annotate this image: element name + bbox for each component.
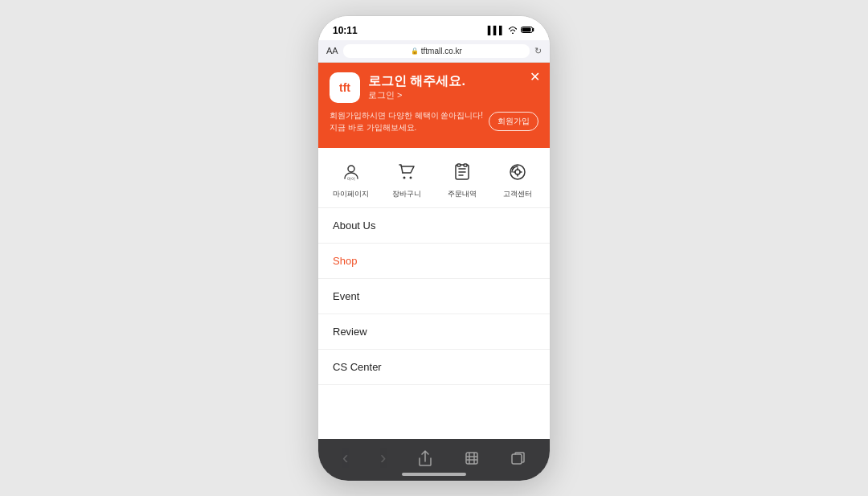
svg-rect-8 [457,164,461,166]
forward-button[interactable]: › [374,445,392,472]
status-bar: 10:11 ▌▌▌ [318,16,550,40]
back-button[interactable]: ‹ [336,445,354,472]
banner-desc-line1: 회원가입하시면 다양한 혜택이 쏟아집니다! [330,111,483,120]
wifi-icon [508,26,518,35]
svg-point-11 [515,170,520,174]
tft-logo: tft [330,72,360,103]
svg-rect-12 [466,453,477,464]
quick-menu: 마이 마이페이지 장바구니 [318,148,550,208]
quick-label-cart: 장바구니 [392,189,421,199]
browser-url-text: tftmall.co.kr [421,47,462,55]
status-icons: ▌▌▌ [488,26,535,35]
banner-top: tft 로그인 해주세요. 로그인 > [330,72,538,103]
banner-close-button[interactable]: ✕ [530,69,540,84]
orders-icon [449,159,475,185]
browser-lock-icon: 🔒 [411,47,419,55]
nav-item-cscenter[interactable]: CS Center [318,350,550,385]
nav-menu: About Us Shop Event Review CS Center [318,208,550,385]
quick-label-cs: 고객센터 [503,189,532,199]
battery-icon [521,26,535,35]
svg-point-2 [348,166,354,172]
logo-text: tft [339,81,350,94]
nav-item-shop[interactable]: Shop [318,244,550,279]
quick-label-mypage: 마이페이지 [333,189,369,199]
nav-item-review[interactable]: Review [318,314,550,350]
browser-aa-label[interactable]: AA [326,46,338,55]
cs-icon [505,159,530,185]
nav-item-event[interactable]: Event [318,279,550,314]
banner-title: 로그인 해주세요. [368,73,465,88]
banner-bottom: 회원가입하시면 다양한 혜택이 쏟아집니다! 지금 바로 가입해보세요. 회원가… [330,109,538,133]
cart-icon [394,159,420,185]
browser-bar: AA 🔒 tftmall.co.kr ↻ [318,40,550,63]
svg-rect-1 [522,27,531,31]
mypage-icon: 마이 [338,159,364,185]
browser-url-bar[interactable]: 🔒 tftmall.co.kr [343,44,530,58]
quick-item-mypage[interactable]: 마이 마이페이지 [330,159,372,199]
login-banner: ✕ tft 로그인 해주세요. 로그인 > 회원가입하시면 다양한 혜택이 쏟아… [318,63,550,148]
banner-description: 회원가입하시면 다양한 혜택이 쏟아집니다! 지금 바로 가입해보세요. [330,109,489,133]
browser-refresh-icon[interactable]: ↻ [534,46,542,56]
svg-text:마이: 마이 [347,176,355,181]
banner-login-link[interactable]: 로그인 > [368,89,465,101]
signup-button[interactable]: 회원가입 [489,112,538,131]
tabs-button[interactable] [505,448,532,469]
page-content: ✕ tft 로그인 해주세요. 로그인 > 회원가입하시면 다양한 혜택이 쏟아… [318,63,550,439]
quick-label-orders: 주문내역 [448,189,477,199]
svg-point-6 [409,176,411,178]
quick-item-cs[interactable]: 고객센터 [497,159,538,199]
share-button[interactable] [411,447,439,469]
bookmarks-button[interactable] [458,448,485,469]
nav-item-aboutus[interactable]: About Us [318,208,550,244]
banner-desc-line2: 지금 바로 가입해보세요. [330,123,416,132]
quick-item-cart[interactable]: 장바구니 [386,159,428,199]
signal-icon: ▌▌▌ [488,26,505,35]
status-time: 10:11 [333,25,358,36]
svg-rect-9 [464,164,467,166]
quick-item-orders[interactable]: 주문내역 [441,159,483,199]
svg-point-5 [403,176,405,178]
banner-text-group: 로그인 해주세요. 로그인 > [368,73,465,100]
svg-rect-17 [512,454,522,464]
home-indicator [402,473,466,476]
phone-frame: 10:11 ▌▌▌ AA 🔒 tftmall [317,15,551,482]
